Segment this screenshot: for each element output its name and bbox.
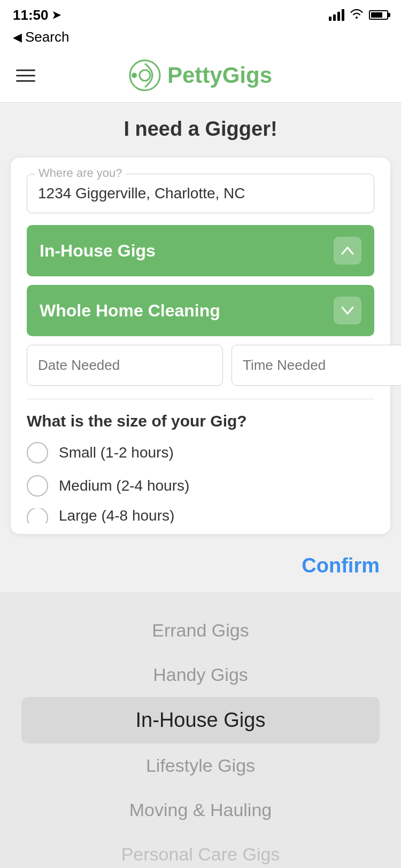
back-label: Search <box>25 29 69 45</box>
confirm-button[interactable]: Confirm <box>302 554 380 577</box>
logo-icon <box>129 59 161 91</box>
radio-circle-large <box>27 508 48 523</box>
back-arrow-icon: ◀ <box>13 30 22 44</box>
picker-overlay: Errand Gigs Handy Gigs In-House Gigs Lif… <box>0 592 401 868</box>
category-button-label: In-House Gigs <box>40 241 156 261</box>
page-title-section: I need a Gigger! <box>0 103 401 152</box>
app-name: PettyGigs <box>167 63 272 88</box>
picker-item-inhouse[interactable]: In-House Gigs <box>21 697 380 743</box>
radio-option-medium[interactable]: Medium (2-4 hours) <box>27 475 374 497</box>
confirm-area: Confirm <box>0 539 401 592</box>
back-nav[interactable]: ◀ Search <box>0 27 401 51</box>
battery-icon <box>369 10 388 20</box>
category-up-arrow-icon <box>334 237 361 265</box>
picker-item-errand[interactable]: Errand Gigs <box>0 608 401 653</box>
page-title: I need a Gigger! <box>11 118 390 141</box>
category-dropdown-button[interactable]: In-House Gigs <box>27 225 374 276</box>
radio-option-large[interactable]: Large (4-8 hours) <box>27 508 374 523</box>
radio-label-small: Small (1-2 hours) <box>59 444 174 461</box>
subcategory-button-label: Whole Home Cleaning <box>40 301 220 321</box>
signal-bars-icon <box>329 9 344 21</box>
picker-item-moving[interactable]: Moving & Hauling <box>0 788 401 832</box>
date-time-row <box>27 345 374 386</box>
radio-circle-small <box>27 442 48 463</box>
time-input[interactable] <box>232 345 401 386</box>
status-bar: 11:50 ➤ <box>0 0 401 27</box>
svg-point-1 <box>140 70 150 81</box>
section-divider <box>27 399 374 399</box>
status-icons <box>329 7 388 22</box>
picker-item-personal[interactable]: Personal Care Gigs <box>0 832 401 868</box>
picker-item-handy[interactable]: Handy Gigs <box>0 653 401 697</box>
location-label: Where are you? <box>35 166 126 180</box>
radio-label-large: Large (4-8 hours) <box>59 508 174 523</box>
picker-item-lifestyle[interactable]: Lifestyle Gigs <box>0 743 401 788</box>
subcategory-dropdown-button[interactable]: Whole Home Cleaning <box>27 285 374 336</box>
hamburger-menu-button[interactable] <box>16 69 35 82</box>
gig-size-question: What is the size of your Gig? <box>27 412 374 430</box>
date-input[interactable] <box>27 345 223 386</box>
app-logo: PettyGigs <box>129 59 272 91</box>
svg-point-2 <box>132 73 137 78</box>
subcategory-down-arrow-icon <box>334 297 361 324</box>
app-header: PettyGigs <box>0 51 401 103</box>
radio-circle-medium <box>27 475 48 497</box>
location-arrow-icon: ➤ <box>52 9 61 21</box>
status-time: 11:50 ➤ <box>13 7 61 24</box>
main-card: Where are you? In-House Gigs Whole Home … <box>11 158 390 534</box>
radio-option-small[interactable]: Small (1-2 hours) <box>27 442 374 463</box>
wifi-icon <box>350 7 364 22</box>
location-group: Where are you? <box>27 174 374 213</box>
radio-label-medium: Medium (2-4 hours) <box>59 477 189 494</box>
